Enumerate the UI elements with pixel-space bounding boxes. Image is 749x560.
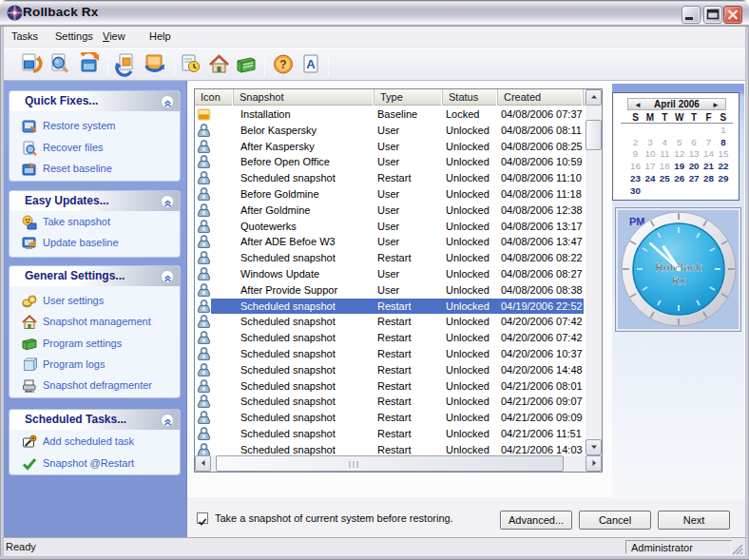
svg-text:A: A xyxy=(306,57,316,71)
svg-text:Rx: Rx xyxy=(672,275,686,286)
svg-text:?: ? xyxy=(279,58,286,71)
